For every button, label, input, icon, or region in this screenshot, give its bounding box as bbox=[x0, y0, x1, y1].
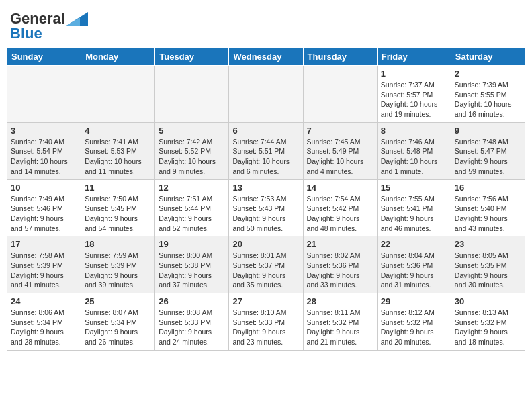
calendar-cell: 20Sunrise: 8:01 AM Sunset: 5:37 PM Dayli… bbox=[229, 236, 303, 293]
calendar-cell: 25Sunrise: 8:07 AM Sunset: 5:34 PM Dayli… bbox=[81, 293, 155, 351]
day-info: Sunrise: 7:37 AM Sunset: 5:57 PM Dayligh… bbox=[381, 80, 447, 120]
day-info: Sunrise: 7:53 AM Sunset: 5:43 PM Dayligh… bbox=[232, 194, 299, 234]
day-header-monday: Monday bbox=[81, 48, 155, 66]
day-number: 25 bbox=[85, 296, 151, 306]
calendar-cell: 3Sunrise: 7:40 AM Sunset: 5:54 PM Daylig… bbox=[7, 122, 81, 179]
day-info: Sunrise: 7:59 AM Sunset: 5:39 PM Dayligh… bbox=[85, 250, 151, 290]
calendar-cell: 18Sunrise: 7:59 AM Sunset: 5:39 PM Dayli… bbox=[81, 236, 155, 293]
calendar-cell bbox=[7, 66, 81, 123]
day-header-sunday: Sunday bbox=[7, 48, 81, 66]
day-number: 17 bbox=[11, 239, 77, 249]
day-info: Sunrise: 7:56 AM Sunset: 5:40 PM Dayligh… bbox=[455, 194, 521, 234]
day-number: 23 bbox=[455, 239, 521, 249]
day-header-friday: Friday bbox=[377, 48, 451, 66]
day-number: 13 bbox=[232, 183, 299, 193]
day-number: 19 bbox=[159, 239, 225, 249]
day-info: Sunrise: 7:41 AM Sunset: 5:53 PM Dayligh… bbox=[85, 137, 151, 177]
calendar-week-row: 24Sunrise: 8:06 AM Sunset: 5:34 PM Dayli… bbox=[7, 293, 525, 351]
calendar-cell: 5Sunrise: 7:42 AM Sunset: 5:52 PM Daylig… bbox=[155, 122, 229, 179]
calendar-cell: 14Sunrise: 7:54 AM Sunset: 5:42 PM Dayli… bbox=[303, 179, 377, 236]
day-number: 2 bbox=[455, 68, 521, 79]
calendar-cell: 17Sunrise: 7:58 AM Sunset: 5:39 PM Dayli… bbox=[7, 236, 81, 293]
calendar-table: SundayMondayTuesdayWednesdayThursdayFrid… bbox=[7, 48, 525, 351]
day-number: 24 bbox=[11, 296, 77, 306]
day-info: Sunrise: 7:49 AM Sunset: 5:46 PM Dayligh… bbox=[11, 194, 77, 234]
day-number: 7 bbox=[307, 126, 373, 136]
day-header-tuesday: Tuesday bbox=[155, 48, 229, 66]
calendar-week-row: 10Sunrise: 7:49 AM Sunset: 5:46 PM Dayli… bbox=[7, 179, 525, 236]
day-number: 21 bbox=[307, 239, 373, 249]
calendar-cell: 6Sunrise: 7:44 AM Sunset: 5:51 PM Daylig… bbox=[229, 122, 303, 179]
day-info: Sunrise: 8:04 AM Sunset: 5:36 PM Dayligh… bbox=[381, 250, 447, 290]
day-number: 16 bbox=[455, 183, 521, 193]
day-number: 18 bbox=[85, 239, 151, 249]
day-number: 11 bbox=[85, 183, 151, 193]
day-header-wednesday: Wednesday bbox=[229, 48, 303, 66]
calendar-cell: 7Sunrise: 7:45 AM Sunset: 5:49 PM Daylig… bbox=[303, 122, 377, 179]
day-number: 1 bbox=[381, 68, 447, 79]
calendar-cell bbox=[81, 66, 155, 123]
day-number: 27 bbox=[232, 296, 299, 306]
calendar-cell: 11Sunrise: 7:50 AM Sunset: 5:45 PM Dayli… bbox=[81, 179, 155, 236]
calendar-header-row: SundayMondayTuesdayWednesdayThursdayFrid… bbox=[7, 48, 525, 66]
calendar-cell: 4Sunrise: 7:41 AM Sunset: 5:53 PM Daylig… bbox=[81, 122, 155, 179]
day-header-saturday: Saturday bbox=[451, 48, 525, 66]
day-info: Sunrise: 7:55 AM Sunset: 5:41 PM Dayligh… bbox=[381, 194, 447, 234]
day-info: Sunrise: 7:40 AM Sunset: 5:54 PM Dayligh… bbox=[11, 137, 77, 177]
day-info: Sunrise: 8:13 AM Sunset: 5:32 PM Dayligh… bbox=[455, 308, 521, 347]
calendar-cell: 8Sunrise: 7:46 AM Sunset: 5:48 PM Daylig… bbox=[377, 122, 451, 179]
calendar-cell: 1Sunrise: 7:37 AM Sunset: 5:57 PM Daylig… bbox=[377, 66, 451, 123]
day-info: Sunrise: 8:00 AM Sunset: 5:38 PM Dayligh… bbox=[159, 250, 225, 290]
logo-blue-text: Blue bbox=[10, 25, 42, 42]
day-info: Sunrise: 7:54 AM Sunset: 5:42 PM Dayligh… bbox=[307, 194, 373, 234]
calendar-cell bbox=[303, 66, 377, 123]
calendar-week-row: 1Sunrise: 7:37 AM Sunset: 5:57 PM Daylig… bbox=[7, 66, 525, 123]
day-number: 26 bbox=[159, 296, 225, 306]
day-number: 12 bbox=[159, 183, 225, 193]
calendar-cell: 13Sunrise: 7:53 AM Sunset: 5:43 PM Dayli… bbox=[229, 179, 303, 236]
day-header-thursday: Thursday bbox=[303, 48, 377, 66]
calendar-week-row: 17Sunrise: 7:58 AM Sunset: 5:39 PM Dayli… bbox=[7, 236, 525, 293]
calendar-cell: 2Sunrise: 7:39 AM Sunset: 5:55 PM Daylig… bbox=[451, 66, 525, 123]
day-info: Sunrise: 7:48 AM Sunset: 5:47 PM Dayligh… bbox=[455, 137, 521, 177]
day-info: Sunrise: 8:12 AM Sunset: 5:32 PM Dayligh… bbox=[381, 308, 447, 347]
day-number: 29 bbox=[381, 296, 447, 306]
day-info: Sunrise: 7:51 AM Sunset: 5:44 PM Dayligh… bbox=[159, 194, 225, 234]
calendar-cell: 19Sunrise: 8:00 AM Sunset: 5:38 PM Dayli… bbox=[155, 236, 229, 293]
day-info: Sunrise: 8:10 AM Sunset: 5:33 PM Dayligh… bbox=[232, 308, 299, 347]
day-number: 4 bbox=[85, 126, 151, 136]
day-number: 14 bbox=[307, 183, 373, 193]
day-info: Sunrise: 8:07 AM Sunset: 5:34 PM Dayligh… bbox=[85, 308, 151, 347]
day-info: Sunrise: 8:06 AM Sunset: 5:34 PM Dayligh… bbox=[11, 308, 77, 347]
day-info: Sunrise: 8:05 AM Sunset: 5:35 PM Dayligh… bbox=[455, 250, 521, 290]
day-number: 3 bbox=[11, 126, 77, 136]
day-info: Sunrise: 7:45 AM Sunset: 5:49 PM Dayligh… bbox=[307, 137, 373, 177]
calendar-cell: 26Sunrise: 8:08 AM Sunset: 5:33 PM Dayli… bbox=[155, 293, 229, 351]
day-info: Sunrise: 7:39 AM Sunset: 5:55 PM Dayligh… bbox=[455, 80, 521, 120]
calendar-cell: 27Sunrise: 8:10 AM Sunset: 5:33 PM Dayli… bbox=[229, 293, 303, 351]
logo-icon bbox=[66, 12, 88, 26]
day-info: Sunrise: 7:50 AM Sunset: 5:45 PM Dayligh… bbox=[85, 194, 151, 234]
day-number: 20 bbox=[232, 239, 299, 249]
day-number: 30 bbox=[455, 296, 521, 306]
day-number: 15 bbox=[381, 183, 447, 193]
calendar-cell: 15Sunrise: 7:55 AM Sunset: 5:41 PM Dayli… bbox=[377, 179, 451, 236]
day-info: Sunrise: 8:08 AM Sunset: 5:33 PM Dayligh… bbox=[159, 308, 225, 347]
calendar-cell: 10Sunrise: 7:49 AM Sunset: 5:46 PM Dayli… bbox=[7, 179, 81, 236]
day-number: 5 bbox=[159, 126, 225, 136]
day-info: Sunrise: 7:46 AM Sunset: 5:48 PM Dayligh… bbox=[381, 137, 447, 177]
calendar-cell: 28Sunrise: 8:11 AM Sunset: 5:32 PM Dayli… bbox=[303, 293, 377, 351]
logo: General Blue bbox=[10, 10, 88, 42]
day-number: 10 bbox=[11, 183, 77, 193]
calendar-cell: 30Sunrise: 8:13 AM Sunset: 5:32 PM Dayli… bbox=[451, 293, 525, 351]
calendar-cell: 24Sunrise: 8:06 AM Sunset: 5:34 PM Dayli… bbox=[7, 293, 81, 351]
day-info: Sunrise: 7:44 AM Sunset: 5:51 PM Dayligh… bbox=[232, 137, 299, 177]
day-info: Sunrise: 8:01 AM Sunset: 5:37 PM Dayligh… bbox=[232, 250, 299, 290]
calendar-cell: 29Sunrise: 8:12 AM Sunset: 5:32 PM Dayli… bbox=[377, 293, 451, 351]
calendar-cell bbox=[155, 66, 229, 123]
day-info: Sunrise: 8:11 AM Sunset: 5:32 PM Dayligh… bbox=[307, 308, 373, 347]
day-number: 6 bbox=[232, 126, 299, 136]
calendar-cell: 22Sunrise: 8:04 AM Sunset: 5:36 PM Dayli… bbox=[377, 236, 451, 293]
calendar-cell bbox=[229, 66, 303, 123]
day-info: Sunrise: 7:42 AM Sunset: 5:52 PM Dayligh… bbox=[159, 137, 225, 177]
